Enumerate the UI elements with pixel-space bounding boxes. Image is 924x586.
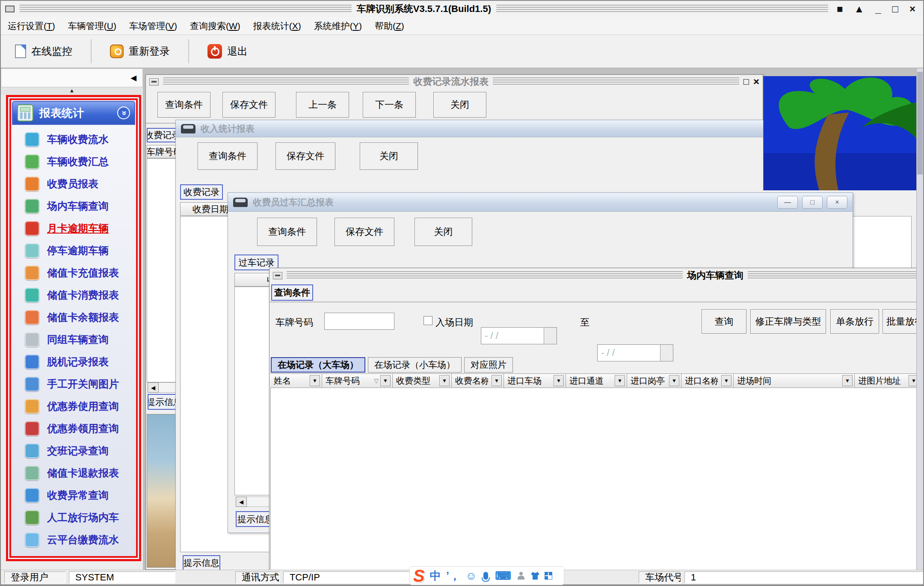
sidebar-header[interactable]: 报表统计 «: [12, 101, 135, 125]
w4-record-tab[interactable]: 对应照片: [464, 357, 513, 373]
w4-entry-date-from-input[interactable]: - / /: [481, 327, 557, 344]
w3-query-button[interactable]: 查询条件: [257, 218, 317, 246]
w1-save-button[interactable]: 保存文件: [222, 92, 275, 118]
w4-entry-date-to-input[interactable]: - / /: [597, 344, 673, 361]
sidebar-item[interactable]: 车辆收费流水: [11, 128, 136, 151]
column-filter-dropdown[interactable]: ▼: [310, 375, 320, 386]
w3-minimize-button[interactable]: —: [777, 196, 798, 209]
w1-previous-button[interactable]: 上一条: [296, 92, 349, 118]
ime-skin-icon[interactable]: [531, 572, 539, 580]
menu-item[interactable]: 车场管理V: [129, 20, 177, 32]
mdi-vertical-scrollbar[interactable]: [916, 68, 923, 571]
sidebar-item[interactable]: 优惠券领用查询: [11, 417, 136, 440]
w4-fix-plate-type-button[interactable]: 修正车牌与类型: [750, 309, 826, 334]
column-filter-dropdown[interactable]: ▼: [554, 375, 564, 386]
w4-tab-query-conditions[interactable]: 查询条件: [271, 284, 313, 301]
w1-scroll-track[interactable]: [159, 382, 176, 393]
sidebar-item[interactable]: 手工开关闸图片: [11, 373, 136, 395]
grid-column-header[interactable]: 姓名 ▼: [270, 373, 322, 388]
w1-minimize-icon[interactable]: [149, 78, 159, 86]
maximize-button[interactable]: □: [892, 3, 899, 15]
menu-item[interactable]: 查询搜索W: [190, 20, 240, 32]
system-menu-icon[interactable]: [5, 6, 15, 12]
grid-column-header[interactable]: 进口通道 ▼: [566, 373, 627, 388]
scrollbar-thumb[interactable]: [917, 72, 923, 175]
w1-next-button[interactable]: 下一条: [363, 92, 416, 118]
minimize-button[interactable]: _: [875, 3, 881, 15]
sidebar-item[interactable]: 交班记录查询: [11, 440, 136, 462]
grid-column-header[interactable]: 进口车场 ▼: [504, 373, 566, 388]
w4-grid-body[interactable]: [270, 388, 924, 571]
close-button[interactable]: ×: [909, 3, 915, 15]
w3-scroll-left-arrow[interactable]: ◀: [236, 497, 247, 507]
w1-query-button[interactable]: 查询条件: [157, 92, 210, 118]
menu-item[interactable]: 运行设置T: [8, 20, 55, 32]
w3-close-button[interactable]: 关闭: [415, 218, 472, 246]
sidebar-item[interactable]: 人工放行场内车: [11, 506, 136, 529]
menu-item[interactable]: 帮助Z: [375, 20, 404, 32]
w3-maximize-button[interactable]: □: [802, 196, 823, 209]
column-filter-dropdown[interactable]: ▼: [842, 375, 853, 386]
grid-column-header[interactable]: 进口名称 ▼: [681, 373, 734, 388]
app-up-icon[interactable]: ▲: [854, 3, 864, 15]
sidebar-item[interactable]: 储值卡余额报表: [11, 306, 136, 329]
w1-maximize-button[interactable]: □: [743, 76, 749, 87]
menu-item[interactable]: 车辆管理U: [68, 20, 116, 32]
column-filter-dropdown[interactable]: ▼: [492, 375, 502, 386]
sidebar-item[interactable]: 云平台缴费流水: [11, 529, 136, 551]
ime-toolbox-icon[interactable]: [545, 572, 552, 580]
w1-close-win-button[interactable]: 关闭: [433, 92, 486, 118]
w2-close-button[interactable]: 关闭: [360, 142, 418, 170]
grid-column-header[interactable]: 收费类型 ▼: [393, 373, 452, 388]
sidebar-item[interactable]: 同组车辆查询: [11, 329, 136, 351]
sidebar-item[interactable]: 收费员报表: [11, 173, 136, 195]
sidebar-item[interactable]: 储值卡充值报表: [11, 262, 136, 284]
column-filter-dropdown[interactable]: ▼: [439, 375, 450, 386]
sidebar-item[interactable]: 停车逾期车辆: [11, 240, 136, 262]
menu-item[interactable]: 报表统计X: [253, 20, 301, 32]
column-filter-dropdown[interactable]: ▼: [669, 375, 679, 386]
keyboard-icon[interactable]: ⌨: [495, 569, 511, 583]
relogin-button[interactable]: 重新登录: [102, 40, 178, 63]
w4-single-release-button[interactable]: 单条放行: [830, 309, 879, 334]
ime-profile-icon[interactable]: [517, 572, 525, 580]
w1-scroll-left-arrow[interactable]: ◀: [148, 382, 159, 393]
collapse-chevron-button[interactable]: «: [117, 107, 130, 119]
sidebar-item[interactable]: 收费异常查询: [11, 484, 136, 506]
w3-save-button[interactable]: 保存文件: [335, 218, 394, 246]
exit-button[interactable]: 退出: [199, 39, 256, 63]
w4-plate-input[interactable]: [324, 313, 394, 330]
ime-language-icon[interactable]: 中: [430, 568, 441, 583]
grid-column-header[interactable]: 进口岗亭 ▼: [627, 373, 681, 388]
w2-query-button[interactable]: 查询条件: [198, 142, 258, 170]
sidebar-item[interactable]: 月卡逾期车辆: [11, 217, 136, 240]
w2-save-button[interactable]: 保存文件: [275, 142, 335, 170]
w3-close-button[interactable]: ×: [827, 196, 847, 209]
menu-item[interactable]: 系统维护Y: [314, 20, 362, 32]
column-filter-dropdown[interactable]: ▼: [721, 375, 732, 386]
sidebar-item[interactable]: 脱机记录报表: [11, 351, 136, 373]
w1-record-list[interactable]: [147, 158, 177, 382]
w4-record-tab[interactable]: 在场记录（小车场）: [368, 357, 462, 373]
app-box-icon[interactable]: ■: [837, 3, 843, 15]
sidebar-item[interactable]: 储值卡退款报表: [11, 462, 136, 484]
microphone-icon[interactable]: [483, 572, 488, 580]
sidebar-item[interactable]: 优惠券使用查询: [11, 395, 136, 417]
column-filter-dropdown[interactable]: ▼: [615, 375, 625, 386]
smiley-icon[interactable]: ☺: [465, 569, 477, 583]
w4-record-tab[interactable]: 在场记录（大车场）: [271, 357, 365, 373]
sidebar-item[interactable]: 车辆收费汇总: [11, 151, 136, 173]
sidebar-item[interactable]: 场内车辆查询: [11, 195, 136, 217]
w1-tab-fee-records[interactable]: 收费记录: [147, 128, 178, 142]
grid-column-header[interactable]: 进场时间 ▼: [734, 373, 855, 388]
grid-column-header[interactable]: 车牌号码 ▽ ▼: [322, 373, 393, 388]
sidebar-splitter-handle[interactable]: ▲: [1, 87, 143, 95]
w4-date-from-spin-button[interactable]: [544, 328, 557, 344]
grid-column-header[interactable]: 收费名称 ▼: [452, 373, 504, 388]
w4-date-to-spin-button[interactable]: [660, 345, 673, 361]
w2-tab-fee-records[interactable]: 收费记录: [180, 184, 223, 200]
w4-entry-date-checkbox[interactable]: [424, 316, 432, 325]
w1-close-button[interactable]: ×: [753, 76, 759, 88]
sidebar-item[interactable]: 储值卡消费报表: [11, 284, 136, 306]
grid-column-header[interactable]: 进图片地址 ▼: [855, 373, 921, 388]
